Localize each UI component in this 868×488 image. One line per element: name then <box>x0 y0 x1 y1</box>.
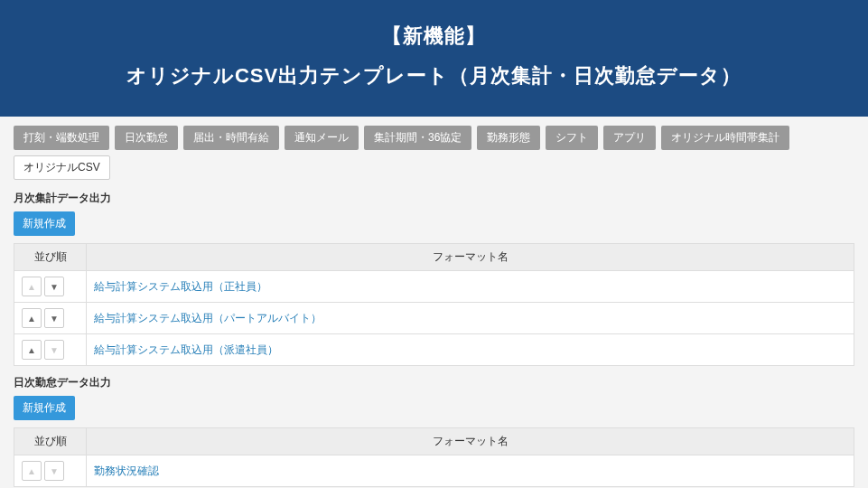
daily-col-order: 並び順 <box>14 428 87 455</box>
monthly-order-cell: ▲▼ <box>14 271 87 303</box>
move-up-button: ▲ <box>22 461 42 481</box>
daily-create-button[interactable]: 新規作成 <box>14 396 75 420</box>
move-down-button: ▼ <box>44 340 64 360</box>
monthly-col-format: フォーマット名 <box>87 244 854 271</box>
monthly-section: 月次集計データ出力 新規作成 並び順 フォーマット名 ▲▼給与計算システム取込用… <box>14 191 854 366</box>
move-down-button: ▼ <box>44 461 64 481</box>
monthly-format-cell: 給与計算システム取込用（正社員） <box>87 271 854 303</box>
tab-5[interactable]: 勤務形態 <box>477 126 540 150</box>
monthly-format-link[interactable]: 給与計算システム取込用（パートアルバイト） <box>94 312 322 324</box>
tab-8[interactable]: オリジナル時間帯集計 <box>661 126 789 150</box>
monthly-create-button[interactable]: 新規作成 <box>14 211 75 236</box>
daily-format-link[interactable]: 勤務状況確認 <box>94 465 159 477</box>
monthly-format-link[interactable]: 給与計算システム取込用（正社員） <box>94 280 267 293</box>
monthly-row: ▲▼給与計算システム取込用（派遣社員） <box>14 334 854 366</box>
daily-col-format: フォーマット名 <box>87 428 854 455</box>
tab-6[interactable]: シフト <box>546 126 598 150</box>
tab-1[interactable]: 日次勤怠 <box>115 126 178 150</box>
move-up-button[interactable]: ▲ <box>22 308 42 328</box>
tab-3[interactable]: 通知メール <box>285 126 359 150</box>
move-up-button: ▲ <box>22 277 42 296</box>
daily-table: 並び順 フォーマット名 ▲▼勤務状況確認 <box>14 427 854 487</box>
monthly-col-order: 並び順 <box>14 244 87 271</box>
move-up-button[interactable]: ▲ <box>22 340 42 360</box>
monthly-table: 並び順 フォーマット名 ▲▼給与計算システム取込用（正社員）▲▼給与計算システム… <box>14 243 854 366</box>
daily-section: 日次勤怠データ出力 新規作成 並び順 フォーマット名 ▲▼勤務状況確認 <box>14 375 854 487</box>
daily-row: ▲▼勤務状況確認 <box>14 455 854 487</box>
tab-2[interactable]: 届出・時間有給 <box>183 126 279 150</box>
monthly-section-title: 月次集計データ出力 <box>14 191 854 206</box>
settings-tabs: 打刻・端数処理日次勤怠届出・時間有給通知メール集計期間・36協定勤務形態シフトア… <box>14 117 854 187</box>
tab-9[interactable]: オリジナルCSV <box>14 155 110 180</box>
main-content: 打刻・端数処理日次勤怠届出・時間有給通知メール集計期間・36協定勤務形態シフトア… <box>0 117 868 488</box>
monthly-row: ▲▼給与計算システム取込用（パートアルバイト） <box>14 303 854 334</box>
monthly-format-cell: 給与計算システム取込用（派遣社員） <box>87 334 854 366</box>
tab-0[interactable]: 打刻・端数処理 <box>14 126 109 150</box>
banner-title-line1: 【新機能】 <box>18 23 850 50</box>
tab-4[interactable]: 集計期間・36協定 <box>364 126 471 150</box>
monthly-order-cell: ▲▼ <box>14 334 87 366</box>
announcement-banner: 【新機能】 オリジナルCSV出力テンプレート（月次集計・日次勤怠データ） <box>0 0 868 117</box>
daily-format-cell: 勤務状況確認 <box>87 455 854 487</box>
banner-title-line2: オリジナルCSV出力テンプレート（月次集計・日次勤怠データ） <box>18 62 850 89</box>
daily-section-title: 日次勤怠データ出力 <box>14 375 854 390</box>
daily-order-cell: ▲▼ <box>14 455 87 487</box>
monthly-format-cell: 給与計算システム取込用（パートアルバイト） <box>87 303 854 334</box>
monthly-format-link[interactable]: 給与計算システム取込用（派遣社員） <box>94 343 278 356</box>
monthly-order-cell: ▲▼ <box>14 303 87 334</box>
move-down-button[interactable]: ▼ <box>44 277 64 296</box>
move-down-button[interactable]: ▼ <box>44 308 64 328</box>
monthly-row: ▲▼給与計算システム取込用（正社員） <box>14 271 854 303</box>
tab-7[interactable]: アプリ <box>603 126 656 150</box>
